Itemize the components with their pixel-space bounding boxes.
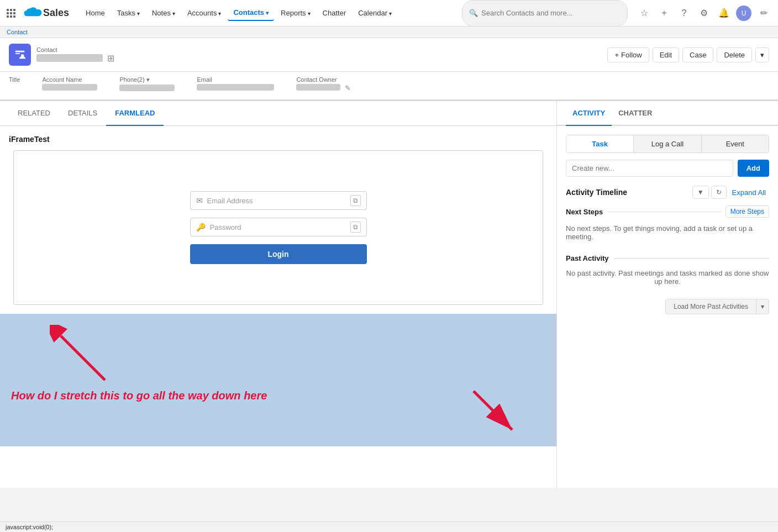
tab-related[interactable]: RELATED bbox=[9, 101, 59, 126]
breadcrumb: Contact bbox=[0, 27, 778, 38]
contact-network-icon[interactable]: ⊞ bbox=[107, 53, 114, 64]
add-button[interactable]: Add bbox=[738, 160, 769, 177]
tasks-chevron bbox=[137, 9, 140, 17]
create-new-input[interactable] bbox=[566, 160, 733, 177]
left-panel: RELATED DETAILS FARMLEAD iFrameTest ✉ ⧉ bbox=[0, 101, 557, 488]
search-input[interactable] bbox=[481, 9, 621, 17]
more-actions-dropdown[interactable]: ▾ bbox=[755, 48, 769, 62]
favorites-icon[interactable]: ☆ bbox=[637, 6, 652, 21]
activity-timeline-title: Activity Timeline bbox=[566, 188, 627, 197]
contact-actions: + Follow Edit Case Delete ▾ bbox=[607, 48, 769, 62]
app-name: Sales bbox=[43, 7, 69, 19]
contact-type-label: Contact bbox=[36, 46, 114, 53]
nav-notes[interactable]: Notes bbox=[146, 6, 181, 20]
contact-header: Contact ⊞ + Follow Edit Case Delete ▾ bbox=[0, 38, 778, 72]
search-bar[interactable]: 🔍 bbox=[462, 0, 628, 27]
iframe-container: ✉ ⧉ 🔑 ⧉ Login bbox=[13, 150, 543, 305]
right-panel-tabs: ACTIVITY CHATTER bbox=[557, 101, 778, 126]
nav-accounts[interactable]: Accounts bbox=[182, 6, 227, 20]
settings-icon[interactable]: ⚙ bbox=[696, 6, 712, 21]
task-tab-log-call[interactable]: Log a Call bbox=[634, 135, 701, 152]
field-email: Email bbox=[197, 76, 274, 93]
right-panel-content: Task Log a Call Event Add Activity Timel… bbox=[557, 126, 778, 323]
annotation-overlay: How do I stretch this to go all the way … bbox=[0, 314, 556, 446]
arrow-down-right bbox=[468, 386, 523, 441]
password-input[interactable] bbox=[210, 223, 346, 231]
create-row: Add bbox=[566, 160, 769, 177]
past-activity-title: Past Activity bbox=[566, 254, 609, 262]
account-name-value bbox=[42, 84, 97, 91]
delete-button[interactable]: Delete bbox=[717, 48, 752, 62]
password-input-row: 🔑 ⧉ bbox=[190, 218, 367, 236]
next-steps-title: Next Steps bbox=[566, 208, 603, 216]
timeline-actions: ▼ ↻ Expand All bbox=[692, 186, 769, 199]
load-more-dropdown[interactable]: ▾ bbox=[756, 299, 769, 314]
nav-chatter[interactable]: Chatter bbox=[317, 6, 352, 20]
next-steps-section-header: Next Steps More Steps bbox=[566, 206, 769, 218]
next-steps-divider bbox=[607, 212, 721, 212]
nav-home[interactable]: Home bbox=[80, 6, 111, 20]
expand-all-button[interactable]: Expand All bbox=[729, 186, 769, 199]
filter-icon-btn[interactable]: ▼ bbox=[692, 186, 709, 199]
top-navigation: Sales Home Tasks Notes Accounts Contacts… bbox=[0, 0, 778, 27]
search-icon: 🔍 bbox=[469, 9, 478, 17]
arrow-up-left bbox=[50, 325, 116, 391]
tab-activity[interactable]: ACTIVITY bbox=[566, 101, 612, 126]
tab-farmlead[interactable]: FARMLEAD bbox=[106, 101, 164, 126]
edit-nav-icon[interactable]: ✏ bbox=[756, 6, 771, 21]
login-form: ✉ ⧉ 🔑 ⧉ Login bbox=[190, 191, 367, 264]
owner-edit-icon[interactable]: ✎ bbox=[345, 84, 351, 92]
email-copy-icon[interactable]: ⧉ bbox=[350, 195, 361, 206]
field-account-name: Account Name bbox=[42, 76, 97, 93]
panel-tabs: RELATED DETAILS FARMLEAD bbox=[0, 101, 556, 126]
accounts-chevron bbox=[218, 9, 221, 17]
nav-links: Home Tasks Notes Accounts Contacts Repor… bbox=[80, 5, 453, 21]
help-icon[interactable]: ? bbox=[676, 6, 692, 21]
user-avatar[interactable]: U bbox=[736, 6, 751, 21]
svg-line-4 bbox=[61, 336, 105, 380]
reports-chevron bbox=[308, 9, 311, 17]
task-tab-event[interactable]: Event bbox=[702, 135, 769, 152]
nav-icons: ☆ ＋ ? ⚙ 🔔 U bbox=[637, 6, 751, 21]
nav-tasks[interactable]: Tasks bbox=[112, 6, 145, 20]
contact-name bbox=[36, 54, 103, 62]
field-owner: Contact Owner ✎ bbox=[296, 76, 351, 93]
contact-name-area: Contact ⊞ bbox=[36, 46, 114, 64]
annotation-text: How do I stretch this to go all the way … bbox=[11, 389, 267, 402]
follow-plus-icon: + bbox=[614, 51, 619, 59]
login-button[interactable]: Login bbox=[190, 244, 367, 264]
phone-dropdown-icon[interactable]: ▾ bbox=[146, 76, 150, 83]
nav-calendar[interactable]: Calendar bbox=[353, 6, 397, 20]
refresh-icon-btn[interactable]: ↻ bbox=[711, 186, 727, 199]
iframe-test-title: iFrameTest bbox=[9, 135, 548, 144]
app-launcher-icon[interactable] bbox=[7, 9, 15, 18]
salesforce-logo bbox=[21, 6, 43, 21]
owner-value bbox=[296, 84, 340, 91]
nav-contacts[interactable]: Contacts bbox=[228, 5, 274, 21]
password-icon: 🔑 bbox=[196, 223, 206, 231]
add-icon[interactable]: ＋ bbox=[656, 6, 672, 21]
more-steps-button[interactable]: More Steps bbox=[726, 206, 769, 218]
nav-reports[interactable]: Reports bbox=[275, 6, 316, 20]
task-tab-task[interactable]: Task bbox=[566, 135, 634, 152]
email-input-row: ✉ ⧉ bbox=[190, 191, 367, 210]
follow-button[interactable]: + Follow bbox=[607, 48, 649, 62]
past-activity-divider bbox=[613, 258, 769, 259]
load-more-button[interactable]: Load More Past Activities bbox=[665, 299, 756, 314]
password-copy-icon[interactable]: ⧉ bbox=[350, 222, 361, 233]
contact-header-left: Contact ⊞ bbox=[9, 44, 114, 66]
tab-details[interactable]: DETAILS bbox=[59, 101, 106, 126]
field-title: Title bbox=[9, 76, 20, 93]
load-more-row: Load More Past Activities ▾ bbox=[566, 299, 769, 314]
notifications-icon[interactable]: 🔔 bbox=[716, 6, 732, 21]
case-button[interactable]: Case bbox=[682, 48, 713, 62]
past-activity-section-header: Past Activity bbox=[566, 254, 769, 262]
edit-button[interactable]: Edit bbox=[653, 48, 679, 62]
tab-chatter[interactable]: CHATTER bbox=[612, 101, 659, 126]
email-input[interactable] bbox=[207, 197, 346, 205]
svg-rect-1 bbox=[15, 53, 20, 54]
field-phone: Phone(2) ▾ bbox=[119, 76, 175, 93]
notes-chevron bbox=[172, 9, 175, 17]
task-tabs: Task Log a Call Event bbox=[566, 135, 769, 153]
main-content: RELATED DETAILS FARMLEAD iFrameTest ✉ ⧉ bbox=[0, 101, 778, 488]
